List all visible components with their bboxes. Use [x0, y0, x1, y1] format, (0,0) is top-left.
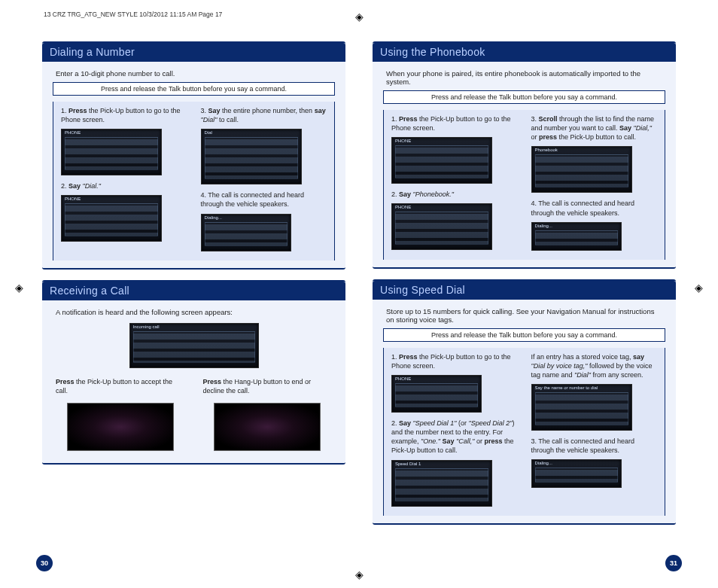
screenshot-phonebook-list: Phonebook	[531, 146, 632, 193]
intro-text: A notification is heard and the followin…	[56, 308, 332, 316]
step-1: 1. Press the Pick-Up button to go to the…	[391, 114, 518, 133]
step-3: 3. Say the entire phone number, then say…	[201, 106, 327, 124]
talk-note: Press and release the Talk button before…	[383, 328, 665, 342]
talk-note: Press and release the Talk button before…	[53, 82, 335, 96]
screenshot-phone: PHONE	[391, 137, 492, 184]
module-phonebook: Using the Phonebook When your phone is p…	[373, 41, 676, 269]
screenshot-speed-dial-list: Speed Dial 1	[391, 460, 492, 507]
page-right: Using the Phonebook When your phone is p…	[373, 41, 676, 558]
screenshot-phone: PHONE	[391, 203, 492, 250]
voice-tag-note: If an entry has a stored voice tag, say …	[531, 352, 658, 379]
step-2: 2. Say "Speed Dial 1" (or "Speed Dial 2"…	[391, 419, 518, 455]
intro-text: When your phone is paired, its entire ph…	[386, 69, 662, 86]
step-2: 2. Say "Phonebook."	[391, 190, 518, 199]
page-number: 30	[36, 555, 53, 571]
step-4: 4. The call is connected and heard throu…	[201, 190, 327, 209]
accept-call-text: Press the Pick-Up button to accept the c…	[56, 377, 185, 395]
registration-mark-icon: ◈	[355, 568, 364, 580]
step-4: 4. The call is connected and heard throu…	[531, 199, 658, 217]
registration-mark-icon: ◈	[355, 11, 364, 23]
page-number: 31	[665, 555, 682, 571]
screenshot-incoming: Incoming call	[129, 323, 259, 368]
steering-control-image	[67, 403, 174, 451]
screenshot-dialpad: Dial	[201, 129, 302, 184]
module-receiving: Receiving a Call A notification is heard…	[42, 280, 345, 465]
print-header: 13 CRZ TRG_ATG_NEW STYLE 10/3/2012 11:15…	[44, 11, 222, 18]
step-1: 1. Press the Pick-Up button to go to the…	[61, 106, 187, 124]
screenshot-phone: PHONE	[61, 129, 162, 175]
screenshot-phone: PHONE	[391, 375, 482, 413]
section-title: Using Speed Dial	[373, 281, 676, 300]
registration-mark-icon: ◈	[695, 282, 703, 294]
talk-note: Press and release the Talk button before…	[383, 90, 665, 104]
section-title: Using the Phonebook	[373, 43, 676, 62]
screenshot-dialing: Dialing...	[531, 459, 622, 488]
module-speed-dial: Using Speed Dial Store up to 15 numbers …	[373, 279, 676, 525]
screenshot-dialing: Dialing...	[531, 222, 622, 251]
intro-text: Store up to 15 numbers for quick calling…	[386, 307, 662, 324]
sheet: 13 CRZ TRG_ATG_NEW STYLE 10/3/2012 11:15…	[0, 0, 718, 588]
step-3: 3. Scroll through the list to find the n…	[531, 114, 658, 142]
registration-mark-icon: ◈	[15, 282, 23, 294]
module-dialing: Dialing a Number Enter a 10-digit phone …	[42, 41, 345, 270]
section-title: Receiving a Call	[42, 282, 345, 300]
section-title: Dialing a Number	[42, 43, 345, 62]
step-2: 2. Say "Dial."	[61, 181, 187, 190]
steering-control-image	[214, 403, 321, 451]
screenshot-voice-tag: Say the name or number to dial	[531, 384, 632, 431]
screenshot-dialing: Dialing...	[201, 214, 291, 251]
page-left: Dialing a Number Enter a 10-digit phone …	[42, 41, 345, 558]
screenshot-phone: PHONE	[61, 195, 162, 242]
step-3: 3. The call is connected and heard throu…	[531, 437, 658, 455]
intro-text: Enter a 10-digit phone number to call.	[56, 69, 332, 78]
decline-call-text: Press the Hang-Up button to end or decli…	[203, 377, 333, 395]
step-1: 1. Press the Pick-Up button to go to the…	[391, 352, 518, 370]
